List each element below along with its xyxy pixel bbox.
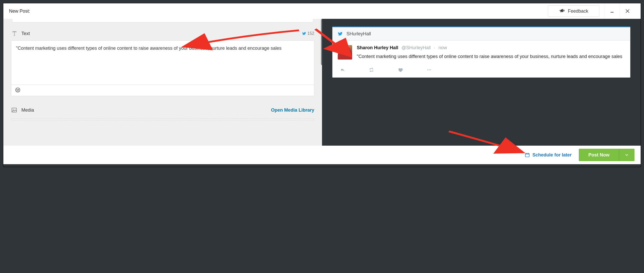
tweet-byline: Sharon Hurley Hall @SHurleyHall · now — [357, 45, 625, 51]
tweet-time-label: now — [438, 45, 447, 50]
image-icon — [11, 107, 17, 113]
schedule-for-later-link[interactable]: Schedule for later — [525, 152, 572, 158]
character-counter: 152 — [302, 31, 314, 36]
media-section-label: Media — [21, 107, 34, 113]
svg-point-2 — [17, 89, 17, 90]
svg-point-8 — [430, 69, 431, 70]
minimize-button[interactable] — [604, 3, 620, 19]
text-editor: "Content marketing uses different types … — [11, 40, 314, 96]
svg-point-6 — [427, 69, 428, 70]
post-button-group: Post Now — [579, 149, 634, 161]
calendar-icon — [525, 152, 530, 158]
tweet-preview-card: SHurleyHall Sharon Hurley Hall @SHurleyH… — [332, 27, 630, 78]
megaphone-icon — [559, 8, 565, 15]
open-media-library-link[interactable]: Open Media Library — [271, 107, 314, 113]
compose-panel: Text 152 "Content marketing uses differe… — [3, 19, 322, 146]
post-options-dropdown[interactable] — [619, 149, 634, 161]
svg-point-7 — [429, 69, 430, 70]
media-dropzone[interactable] — [11, 118, 314, 120]
feedback-label: Feedback — [568, 9, 588, 14]
previous-section-peek — [12, 19, 313, 22]
schedule-label: Schedule for later — [532, 152, 572, 158]
window-title: New Post: — [9, 9, 30, 14]
tweet-preview-text: "Content marketing uses different types … — [357, 53, 625, 60]
svg-point-3 — [18, 89, 19, 90]
like-icon[interactable] — [397, 67, 403, 73]
composer-body: Text 152 "Content marketing uses differe… — [3, 19, 641, 146]
reply-icon[interactable] — [340, 67, 345, 73]
tweet-at-handle: @SHurleyHall — [402, 45, 431, 50]
preview-panel: SHurleyHall Sharon Hurley Hall @SHurleyH… — [322, 19, 641, 146]
avatar — [338, 45, 352, 60]
new-post-composer-window: New Post: Feedback Text 152 — [3, 3, 641, 167]
more-icon[interactable] — [426, 67, 432, 73]
svg-rect-9 — [525, 153, 529, 157]
close-icon — [625, 9, 630, 14]
title-bar: New Post: Feedback — [3, 3, 641, 19]
post-now-button[interactable]: Post Now — [579, 149, 619, 161]
close-button[interactable] — [620, 3, 635, 19]
svg-rect-0 — [611, 12, 614, 13]
tweet-preview-header: SHurleyHall — [333, 27, 630, 40]
emoji-picker-button[interactable] — [15, 87, 21, 94]
tweet-preview-body: Sharon Hurley Hall @SHurleyHall · now "C… — [333, 40, 630, 77]
text-section-label: Text — [21, 31, 30, 36]
feedback-button[interactable]: Feedback — [548, 5, 599, 17]
media-section-header: Media Open Media Library — [11, 107, 314, 113]
chevron-down-icon — [624, 153, 629, 157]
text-icon — [11, 30, 18, 37]
svg-point-1 — [16, 88, 20, 92]
minimize-icon — [609, 9, 615, 14]
text-section-header: Text 152 — [11, 30, 314, 37]
emoji-icon — [15, 87, 21, 93]
twitter-icon — [337, 31, 343, 37]
tweet-display-name: Sharon Hurley Hall — [357, 45, 398, 50]
svg-point-5 — [13, 109, 14, 110]
tweet-action-bar — [338, 67, 625, 75]
preview-account-handle: SHurleyHall — [346, 31, 371, 37]
post-text-input[interactable]: "Content marketing uses different types … — [11, 41, 314, 85]
editor-toolbar — [11, 85, 314, 96]
tweet-time-sep: · — [434, 45, 436, 50]
composer-footer: Schedule for later Post Now — [3, 146, 641, 164]
retweet-icon[interactable] — [369, 67, 374, 73]
char-count-value: 152 — [307, 31, 314, 36]
twitter-icon — [302, 31, 306, 36]
